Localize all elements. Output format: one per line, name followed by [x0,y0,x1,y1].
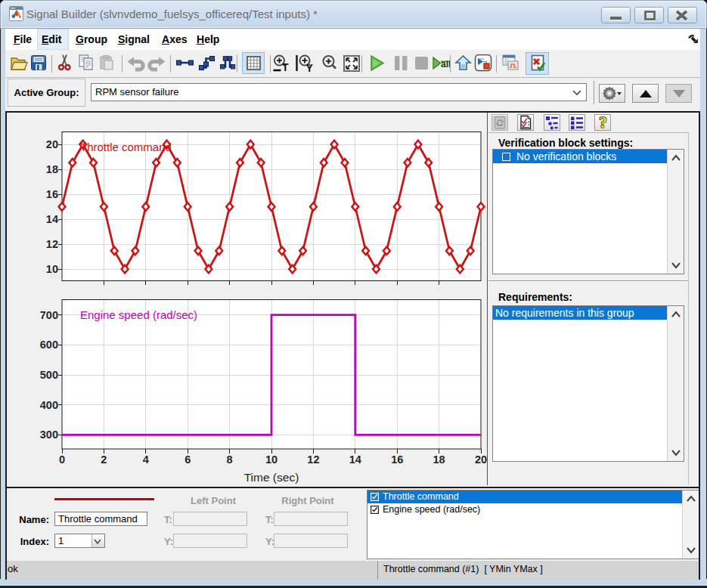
svg-text:?: ? [599,115,607,130]
svg-text:700: 700 [40,309,58,321]
svg-text:16: 16 [391,453,403,466]
svg-text:400: 400 [40,399,58,411]
svg-text:6: 6 [185,453,191,466]
svg-text:18: 18 [46,163,58,175]
svg-text:12: 12 [46,238,58,250]
svg-text:Time (sec): Time (sec) [244,471,299,484]
svg-text:600: 600 [40,339,58,351]
svg-text:14: 14 [46,213,58,225]
svg-text:14: 14 [349,453,361,466]
svg-text:0: 0 [59,453,65,466]
svg-text:300: 300 [40,429,58,441]
svg-text:8: 8 [227,453,233,466]
svg-text:2: 2 [101,453,107,466]
svg-text:20: 20 [46,138,58,150]
svg-text:10: 10 [46,263,58,275]
svg-text:18: 18 [433,453,445,466]
svg-text:T: T [282,61,289,73]
svg-text:Throttle command: Throttle command [80,141,172,153]
svg-text:500: 500 [40,369,58,381]
svg-text:Engine speed (rad/sec): Engine speed (rad/sec) [80,308,197,321]
svg-text:16: 16 [46,188,58,200]
svg-text:Y: Y [306,62,314,74]
svg-text:12: 12 [307,453,319,466]
svg-text:4: 4 [143,453,149,466]
svg-text:20: 20 [475,453,487,466]
svg-text:10: 10 [265,453,278,466]
